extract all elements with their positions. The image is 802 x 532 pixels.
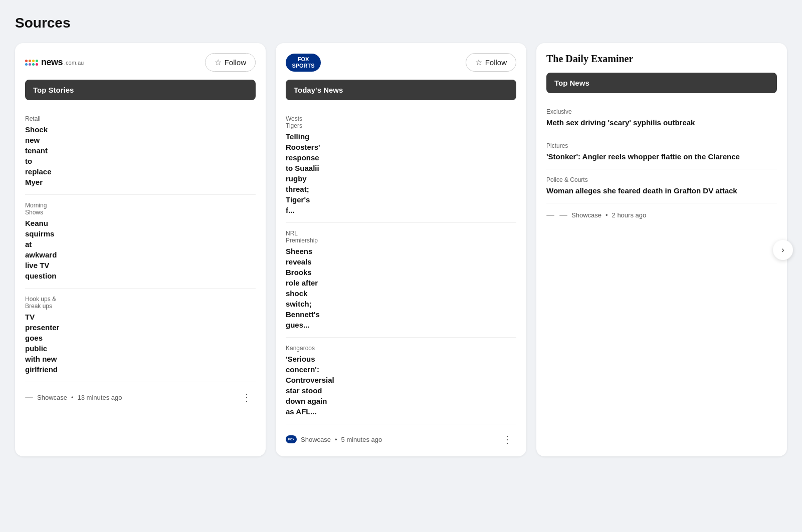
section-bar-todays-news: Today's News bbox=[286, 80, 516, 100]
footer-source: Showcase bbox=[301, 436, 331, 443]
news-category: Morning Shows bbox=[25, 202, 57, 216]
card-header: news .com.au ☆ Follow bbox=[25, 53, 256, 72]
footer-time: 5 minutes ago bbox=[341, 436, 382, 443]
footer-left: FOX Showcase • 5 minutes ago bbox=[286, 435, 382, 443]
news-item[interactable]: Pictures 'Stonker': Angler reels whopper… bbox=[546, 135, 777, 169]
follow-button-fox[interactable]: ☆ Follow bbox=[466, 53, 516, 72]
news-category: Wests Tigers bbox=[286, 115, 320, 129]
section-bar-top-stories: Top Stories bbox=[25, 80, 256, 100]
follow-button-news[interactable]: ☆ Follow bbox=[205, 53, 256, 72]
card-footer: Showcase • 13 minutes ago ⋮ bbox=[25, 384, 256, 404]
news-text-block: Morning Shows Keanu squirms at awkward l… bbox=[25, 202, 57, 281]
news-category: Pictures bbox=[546, 142, 777, 149]
news-headline: 'Stonker': Angler reels whopper flattie … bbox=[546, 151, 777, 162]
footer-left: Showcase • 13 minutes ago bbox=[25, 394, 122, 401]
sources-grid: news .com.au ☆ Follow Top Stories Retail… bbox=[15, 43, 787, 456]
star-icon: ☆ bbox=[215, 58, 222, 67]
follow-label: Follow bbox=[485, 58, 507, 67]
follow-label: Follow bbox=[225, 58, 246, 67]
star-icon: ☆ bbox=[475, 58, 482, 67]
news-item[interactable]: Exclusive Meth sex driving 'scary' syphi… bbox=[546, 101, 777, 135]
news-headline: Shock new tenant to replace Myer bbox=[25, 124, 52, 187]
news-category: Kangaroos bbox=[286, 345, 334, 352]
news-text-block: Police & Courts Woman alleges she feared… bbox=[546, 176, 777, 196]
source-card-news-com-au: news .com.au ☆ Follow Top Stories Retail… bbox=[15, 43, 266, 456]
news-headline: Telling Roosters' response to Suaalii ru… bbox=[286, 131, 320, 215]
more-options-button[interactable]: ⋮ bbox=[238, 390, 256, 404]
footer-separator: • bbox=[606, 211, 608, 219]
news-item[interactable]: NRL Premiership Sheens reveals Brooks ro… bbox=[286, 223, 516, 338]
footer-fox-logo: FOX bbox=[286, 435, 297, 443]
card-header: FOXSPORTS ☆ Follow bbox=[286, 53, 516, 72]
news-com-au-logo: news .com.au bbox=[25, 57, 84, 68]
fox-logo-text: FOXSPORTS bbox=[292, 56, 314, 68]
news-text-block: Retail Shock new tenant to replace Myer bbox=[25, 115, 52, 187]
news-headline: TV presenter goes public with new girlfr… bbox=[25, 312, 59, 375]
news-category: Retail bbox=[25, 115, 52, 122]
news-category: Police & Courts bbox=[546, 176, 777, 183]
news-item[interactable]: Police & Courts Woman alleges she feared… bbox=[546, 169, 777, 203]
footer-source: Showcase bbox=[571, 211, 602, 219]
news-text-block: NRL Premiership Sheens reveals Brooks ro… bbox=[286, 230, 320, 330]
news-logo-domain: .com.au bbox=[64, 60, 84, 66]
daily-examiner-logo-text: The Daily Examiner bbox=[546, 53, 633, 65]
news-item[interactable]: Morning Shows Keanu squirms at awkward l… bbox=[25, 195, 256, 289]
news-text-block: Wests Tigers Telling Roosters' response … bbox=[286, 115, 320, 215]
source-card-daily-examiner: The Daily Examiner Top News Exclusive Me… bbox=[536, 43, 787, 456]
footer-dash bbox=[546, 215, 554, 216]
news-item[interactable]: Kangaroos 'Serious concern': Controversi… bbox=[286, 338, 516, 424]
footer-left: Showcase • 2 hours ago bbox=[546, 211, 646, 219]
fox-sports-logo: FOXSPORTS bbox=[286, 54, 321, 72]
news-category: Exclusive bbox=[546, 108, 777, 115]
news-headline: Meth sex driving 'scary' syphilis outbre… bbox=[546, 117, 777, 128]
news-item[interactable]: Wests Tigers Telling Roosters' response … bbox=[286, 108, 516, 223]
news-headline: Woman alleges she feared death in Grafto… bbox=[546, 185, 777, 196]
footer-time: 13 minutes ago bbox=[78, 394, 122, 401]
news-headline: 'Serious concern': Controversial star st… bbox=[286, 354, 334, 417]
news-logo-text: news bbox=[41, 57, 63, 68]
more-options-button[interactable]: ⋮ bbox=[498, 432, 516, 446]
footer-time: 2 hours ago bbox=[612, 211, 647, 219]
card-footer: FOX Showcase • 5 minutes ago ⋮ bbox=[286, 426, 516, 446]
news-item[interactable]: Retail Shock new tenant to replace Myer bbox=[25, 108, 256, 195]
news-text-block: Hook ups & Break ups TV presenter goes p… bbox=[25, 296, 59, 375]
card-footer: Showcase • 2 hours ago bbox=[546, 205, 777, 219]
news-item[interactable]: Hook ups & Break ups TV presenter goes p… bbox=[25, 289, 256, 382]
news-category: Hook ups & Break ups bbox=[25, 296, 59, 310]
section-bar-top-news: Top News bbox=[546, 73, 777, 93]
news-logo-dots bbox=[25, 60, 38, 66]
footer-separator: • bbox=[335, 436, 337, 443]
news-text-block: Kangaroos 'Serious concern': Controversi… bbox=[286, 345, 334, 417]
footer-dash-2 bbox=[559, 215, 567, 216]
footer-dash bbox=[25, 397, 33, 398]
fox-logo-badge: FOXSPORTS bbox=[286, 54, 321, 72]
footer-separator: • bbox=[71, 394, 74, 401]
news-headline: Sheens reveals Brooks role after shock s… bbox=[286, 246, 320, 330]
footer-source: Showcase bbox=[37, 394, 67, 401]
card-header: The Daily Examiner bbox=[546, 53, 777, 65]
daily-examiner-logo: The Daily Examiner bbox=[546, 53, 633, 65]
news-text-block: Pictures 'Stonker': Angler reels whopper… bbox=[546, 142, 777, 162]
news-text-block: Exclusive Meth sex driving 'scary' syphi… bbox=[546, 108, 777, 128]
source-card-fox-sports: FOXSPORTS ☆ Follow Today's News Wests Ti… bbox=[276, 43, 526, 456]
news-headline: Keanu squirms at awkward live TV questio… bbox=[25, 218, 57, 281]
next-card-button[interactable]: › bbox=[773, 240, 793, 260]
news-category: NRL Premiership bbox=[286, 230, 320, 244]
page-title: Sources bbox=[15, 15, 787, 31]
